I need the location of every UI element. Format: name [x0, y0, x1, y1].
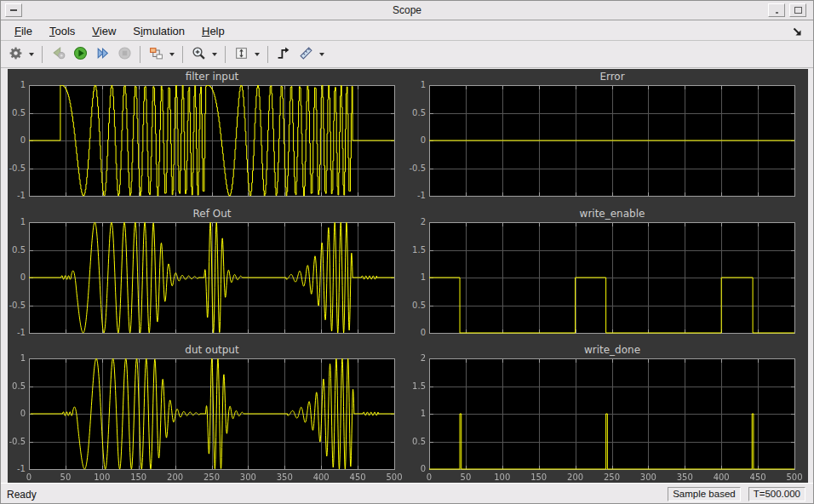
plot-canvas-dut-output[interactable]: [29, 358, 395, 470]
y-tick-label: -0.5: [3, 163, 26, 173]
x-tick-label: 400: [304, 472, 338, 482]
step-back-button: [48, 44, 68, 65]
scope-parameters-gear-button[interactable]: [5, 44, 26, 65]
highlight-simulink-block-button[interactable]: [146, 44, 166, 65]
plot-canvas-error[interactable]: [429, 85, 795, 197]
y-tick-label: -0.5: [404, 163, 426, 173]
plot-canvas-filter-input[interactable]: [29, 85, 395, 197]
highlight-simulink-block-icon: [149, 46, 163, 64]
y-tick-label: -0.5: [3, 301, 26, 310]
x-tick-label: 450: [741, 472, 775, 482]
y-tick-label: 0.5: [3, 108, 26, 117]
toolbar-separator: [42, 46, 43, 63]
plot-title-filter-input: filter input: [29, 71, 395, 83]
stop-button: [114, 44, 135, 65]
menu-simulation[interactable]: Simulation: [124, 23, 193, 39]
menu-tools[interactable]: Tools: [41, 23, 83, 39]
run-play-button[interactable]: [70, 44, 90, 65]
y-tick-label: 0: [3, 409, 26, 418]
maximize-button[interactable]: [789, 3, 806, 17]
x-tick-label: 200: [158, 472, 192, 482]
scale-axes-limits-dropdown[interactable]: [252, 44, 261, 65]
x-tick-label: 350: [267, 472, 301, 482]
zoom-in-button[interactable]: [188, 44, 209, 65]
y-tick-label: -1: [3, 328, 26, 337]
plot-title-ref-out: Ref Out: [29, 208, 395, 220]
y-tick-label: 0: [3, 272, 26, 282]
window-title: Scope: [1, 1, 813, 20]
plot-title-write-enable: write_enable: [429, 208, 795, 220]
x-tick-label: 250: [195, 472, 229, 482]
scope-window: Scope FileToolsViewSimulationHelp filter…: [0, 0, 814, 504]
plot-canvas-write-enable[interactable]: [429, 222, 795, 334]
toolbar-separator: [225, 46, 226, 63]
y-tick-label: 1: [404, 409, 426, 418]
maximize-icon: [794, 7, 802, 14]
minimize-button[interactable]: [768, 3, 785, 17]
trigger-button[interactable]: [273, 44, 294, 65]
y-tick-label: 0: [404, 328, 426, 337]
x-tick-label: 500: [777, 472, 811, 482]
zoom-in-icon: [192, 46, 206, 64]
x-tick-label: 500: [377, 472, 411, 482]
highlight-simulink-block-dropdown[interactable]: [167, 44, 176, 65]
run-play-icon: [73, 46, 88, 64]
x-tick-label: 0: [412, 472, 446, 482]
x-tick-label: 150: [122, 472, 156, 482]
x-tick-label: 0: [12, 472, 46, 482]
stop-icon: [118, 46, 132, 64]
window-menu-button[interactable]: [5, 3, 22, 17]
cursor-measurements-button[interactable]: [295, 44, 316, 65]
dash-icon: [10, 9, 17, 11]
x-tick-label: 450: [341, 472, 375, 482]
scale-axes-limits-button[interactable]: [231, 44, 251, 65]
y-tick-label: 1.5: [404, 245, 426, 255]
y-tick-label: 2: [404, 217, 426, 226]
y-tick-label: 1: [404, 272, 426, 282]
menu-view[interactable]: View: [83, 23, 124, 39]
scope-parameters-gear-icon: [9, 46, 23, 64]
scope-parameters-gear-dropdown[interactable]: [26, 44, 36, 65]
cursor-measurements-icon: [299, 46, 313, 64]
x-tick-label: 50: [49, 472, 83, 482]
x-tick-label: 300: [231, 472, 265, 482]
statusbar: Ready Sample based T=500.000: [1, 483, 813, 504]
scale-axes-limits-icon: [234, 46, 249, 64]
y-tick-label: 0.5: [404, 437, 426, 446]
step-forward-icon: [95, 46, 110, 64]
status-message: Ready: [7, 489, 37, 501]
cursor-measurements-dropdown[interactable]: [317, 44, 326, 65]
menubar: FileToolsViewSimulationHelp: [1, 21, 813, 41]
step-forward-button[interactable]: [92, 44, 112, 65]
x-tick-label: 200: [559, 472, 593, 482]
step-back-icon: [51, 46, 66, 64]
y-tick-label: 1: [3, 80, 26, 89]
y-tick-label: 0.5: [3, 381, 26, 391]
y-tick-label: 2: [404, 353, 426, 363]
dock-arrow-icon[interactable]: [792, 26, 803, 41]
x-tick-label: 350: [668, 472, 702, 482]
menu-file[interactable]: File: [6, 23, 41, 39]
x-tick-label: 100: [485, 472, 519, 482]
plot-canvas-write-done[interactable]: [429, 358, 795, 470]
y-tick-label: -0.5: [3, 437, 26, 446]
plot-title-error: Error: [429, 71, 795, 83]
scope-display: filter input-1-0.500.51Error-1-0.500.51R…: [8, 69, 808, 483]
menu-help[interactable]: Help: [193, 23, 233, 39]
y-tick-label: 1.5: [404, 381, 426, 391]
x-tick-label: 300: [631, 472, 665, 482]
plot-title-dut-output: dut output: [29, 344, 395, 356]
status-sample-mode: Sample based: [668, 487, 741, 501]
toolbar-separator: [267, 46, 268, 63]
toolbar-separator: [182, 46, 183, 63]
y-tick-label: 0: [404, 135, 426, 145]
y-tick-label: 0.5: [3, 245, 26, 255]
titlebar: Scope: [1, 1, 813, 20]
x-tick-label: 250: [595, 472, 629, 482]
minimize-icon: [776, 12, 778, 14]
zoom-in-dropdown[interactable]: [209, 44, 219, 65]
plot-canvas-ref-out[interactable]: [29, 222, 395, 334]
y-tick-label: 0.5: [404, 301, 426, 310]
toolbar-separator: [140, 46, 140, 63]
y-tick-label: 1: [404, 80, 426, 89]
